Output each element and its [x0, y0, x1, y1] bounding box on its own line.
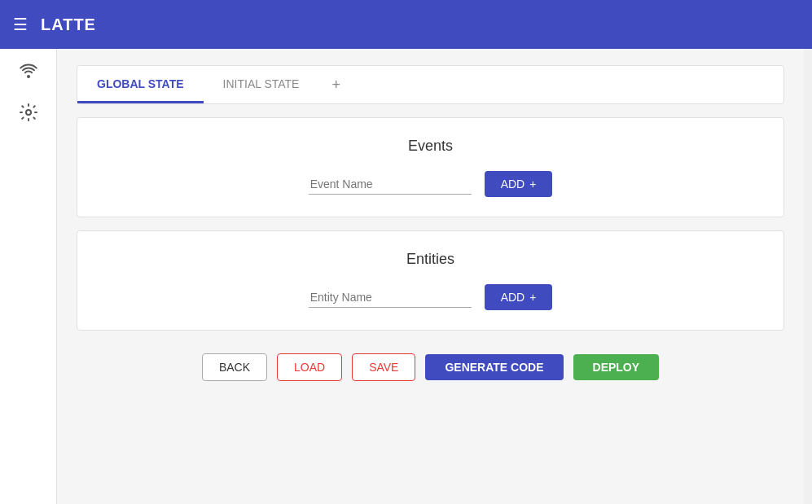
tab-add[interactable]: +: [318, 66, 353, 103]
sidebar: [0, 49, 57, 504]
menu-icon[interactable]: ☰: [13, 15, 28, 34]
events-row: ADD +: [97, 171, 764, 197]
events-add-icon: +: [529, 177, 536, 191]
generate-code-button[interactable]: GENERATE CODE: [425, 354, 563, 380]
events-card: Events ADD +: [77, 117, 784, 217]
tab-global-state[interactable]: GLOBAL STATE: [77, 66, 204, 103]
content-area: GLOBAL STATE INITIAL STATE + Events ADD …: [57, 49, 804, 504]
app-header: ☰ LATTE: [0, 0, 812, 49]
back-button[interactable]: BACK: [202, 353, 267, 381]
entities-add-label: ADD: [501, 291, 525, 304]
main-layout: GLOBAL STATE INITIAL STATE + Events ADD …: [0, 49, 812, 504]
entity-name-input[interactable]: [309, 287, 472, 308]
entities-row: ADD +: [97, 284, 764, 310]
events-title: Events: [97, 138, 764, 155]
load-button[interactable]: LOAD: [277, 353, 342, 381]
scrollbar[interactable]: [804, 49, 812, 504]
app-title: LATTE: [41, 15, 96, 34]
save-button[interactable]: SAVE: [352, 353, 415, 381]
gear-icon[interactable]: [19, 103, 38, 127]
entities-add-button[interactable]: ADD +: [485, 284, 553, 310]
tabs-container: GLOBAL STATE INITIAL STATE +: [77, 65, 784, 104]
tab-initial-state[interactable]: INITIAL STATE: [204, 66, 319, 103]
deploy-button[interactable]: DEPLOY: [573, 354, 660, 380]
bottom-toolbar: BACK LOAD SAVE GENERATE CODE DEPLOY: [77, 344, 784, 388]
event-name-input[interactable]: [309, 174, 472, 195]
events-add-label: ADD: [501, 177, 525, 191]
entities-title: Entities: [97, 251, 764, 268]
entities-add-icon: +: [529, 291, 536, 304]
entities-card: Entities ADD +: [77, 230, 784, 331]
events-add-button[interactable]: ADD +: [485, 171, 553, 197]
wifi-icon[interactable]: [19, 62, 38, 83]
svg-point-0: [26, 110, 31, 115]
